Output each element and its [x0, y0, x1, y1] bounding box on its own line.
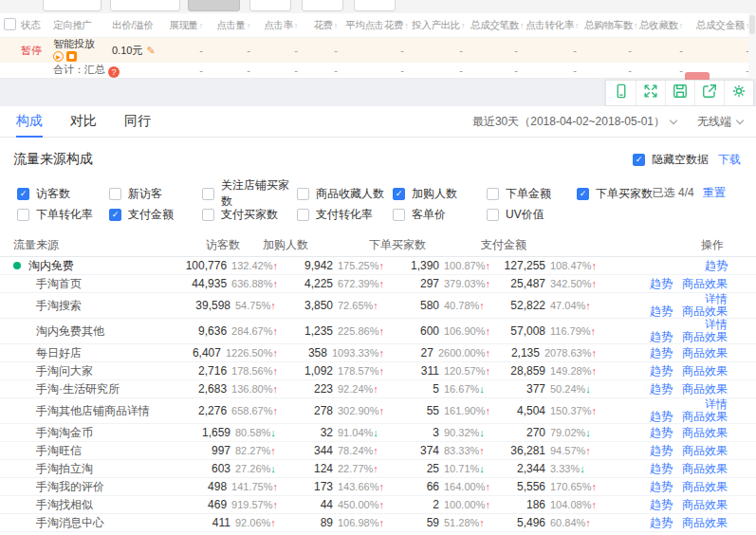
metric-filter-新访客[interactable]: 新访客: [109, 186, 202, 202]
metric-checkbox[interactable]: [202, 188, 214, 200]
detail-link[interactable]: 详情: [705, 397, 728, 411]
campaign-column-header[interactable]: 总购物车数↑: [584, 19, 639, 32]
play-icon[interactable]: ▶: [53, 51, 64, 62]
action-link-趋势[interactable]: 趋势: [650, 426, 673, 439]
action-link-商品效果[interactable]: 商品效果: [682, 462, 728, 475]
action-link-商品效果[interactable]: 商品效果: [682, 330, 728, 343]
action-link-趋势[interactable]: 趋势: [650, 516, 673, 529]
clipped-toolbar-button[interactable]: [43, 0, 101, 11]
metric-filter-关注店铺买家数[interactable]: 关注店铺买家数: [202, 177, 297, 210]
detail-link[interactable]: 详情: [705, 292, 728, 305]
campaign-column-header[interactable]: 点击转化率↑: [526, 19, 584, 32]
select-all-checkbox[interactable]: [4, 18, 16, 30]
metric-checkbox[interactable]: [297, 188, 309, 200]
metric-change: 658.67%↑: [231, 405, 278, 416]
clipped-toolbar-button[interactable]: [354, 0, 396, 11]
action-link-商品效果[interactable]: 商品效果: [682, 304, 728, 318]
metric-filter-支付转化率[interactable]: 支付转化率: [297, 207, 393, 223]
campaign-name[interactable]: 智能投放: [53, 39, 104, 49]
action-link-商品效果[interactable]: 商品效果: [682, 498, 728, 511]
share-button[interactable]: [694, 81, 724, 105]
action-link-趋势[interactable]: 趋势: [650, 480, 673, 493]
action-link-趋势[interactable]: 趋势: [650, 330, 673, 343]
action-link-商品效果[interactable]: 商品效果: [682, 346, 728, 360]
download-link[interactable]: 下载: [718, 152, 741, 168]
metric-filter-下单金额[interactable]: 下单金额: [487, 186, 577, 202]
campaign-column-header[interactable]: 展现量↑: [165, 19, 211, 32]
campaign-column-header[interactable]: 总成交笔数↑: [470, 19, 526, 32]
scrollbar[interactable]: [748, 13, 756, 79]
image-icon[interactable]: [66, 51, 77, 62]
settings-button[interactable]: [724, 81, 753, 105]
campaign-column-header[interactable]: 花费↑: [305, 19, 345, 32]
clipped-toolbar-button[interactable]: [249, 0, 291, 11]
fullscreen-button[interactable]: [636, 81, 665, 105]
metric-checkbox[interactable]: [202, 209, 214, 221]
action-link-商品效果[interactable]: 商品效果: [682, 426, 728, 439]
action-link-趋势[interactable]: 趋势: [650, 462, 673, 475]
metric-checkbox[interactable]: ✓: [109, 209, 121, 221]
action-link-趋势[interactable]: 趋势: [705, 259, 728, 272]
metric-filter-访客数[interactable]: ✓访客数: [17, 186, 109, 202]
metric-filter-客单价[interactable]: 客单价: [393, 207, 487, 223]
save-button[interactable]: [665, 81, 694, 105]
clipped-toolbar-button[interactable]: [188, 0, 240, 11]
metric-checkbox[interactable]: [297, 209, 309, 221]
metric-checkbox[interactable]: ✓: [17, 188, 29, 200]
action-link-趋势[interactable]: 趋势: [650, 304, 673, 318]
metric-filter-下单买家数[interactable]: ✓下单买家数: [577, 186, 653, 202]
action-link-趋势[interactable]: 趋势: [650, 498, 673, 511]
action-link-趋势[interactable]: 趋势: [650, 346, 673, 360]
campaign-column-header[interactable]: 点击量↑: [211, 19, 258, 32]
campaign-column-header[interactable]: 平均点击花费↑: [345, 19, 412, 32]
action-link-商品效果[interactable]: 商品效果: [682, 516, 728, 529]
detail-link[interactable]: 详情: [705, 318, 728, 331]
metric-filter-支付金额[interactable]: ✓支付金额: [109, 207, 202, 223]
campaign-column-header[interactable]: 总收藏数↑: [639, 19, 691, 32]
action-link-商品效果[interactable]: 商品效果: [682, 277, 728, 290]
tab-对比[interactable]: 对比: [70, 106, 97, 138]
metric-filter-商品收藏人数[interactable]: 商品收藏人数: [297, 186, 393, 202]
help-icon[interactable]: ?: [108, 66, 120, 78]
action-link-商品效果[interactable]: 商品效果: [682, 382, 728, 396]
metric-checkbox[interactable]: [487, 188, 499, 200]
table-row: 手淘其他店铺商品详情2,276658.67%↑278302.90%↑55161.…: [0, 398, 756, 424]
metric-checkbox[interactable]: [109, 188, 121, 200]
metric-filter-加购人数[interactable]: ✓加购人数: [393, 186, 487, 202]
device-selector[interactable]: 无线端: [697, 114, 743, 130]
clipped-toolbar-button[interactable]: [110, 0, 180, 11]
action-link-趋势[interactable]: 趋势: [650, 382, 673, 396]
metric-checkbox[interactable]: ✓: [393, 188, 405, 200]
mobile-view-button[interactable]: [606, 81, 636, 105]
metric-value: 127,255: [490, 259, 545, 272]
metric-checkbox[interactable]: [17, 209, 29, 221]
metric-change: 143.66%↑: [338, 481, 384, 492]
metric-checkbox[interactable]: [487, 209, 499, 221]
action-link-商品效果[interactable]: 商品效果: [682, 364, 728, 378]
metric-filter-UV价值[interactable]: UV价值: [487, 207, 544, 223]
metric-checkbox[interactable]: ✓: [577, 188, 589, 200]
campaign-column-header[interactable]: 点击率↑: [258, 19, 305, 32]
reset-link[interactable]: 重置: [703, 186, 726, 199]
action-link-商品效果[interactable]: 商品效果: [682, 444, 728, 457]
edit-pencil-icon[interactable]: ✎: [146, 45, 155, 56]
metric-checkbox[interactable]: [393, 209, 405, 221]
clipped-toolbar-button[interactable]: [302, 0, 343, 11]
hide-empty-checkbox[interactable]: ✓: [633, 154, 645, 166]
column-header: 下单买家数: [346, 237, 458, 253]
action-link-趋势[interactable]: 趋势: [650, 444, 673, 457]
action-link-商品效果[interactable]: 商品效果: [682, 480, 728, 493]
action-link-商品效果[interactable]: 商品效果: [682, 410, 728, 423]
metric-filter-支付买家数[interactable]: 支付买家数: [202, 207, 297, 223]
campaign-column-header[interactable]: 投入产出比↑: [412, 19, 470, 32]
tab-构成[interactable]: 构成: [16, 106, 43, 138]
campaign-column-header[interactable]: 总成交金额↑: [691, 19, 756, 32]
metric-change: 379.03%↑: [444, 278, 490, 289]
date-range-selector[interactable]: 最近30天（2018-04-02~2018-05-01）: [472, 114, 676, 130]
metric-filter-下单转化率[interactable]: 下单转化率: [17, 207, 109, 223]
action-link-趋势[interactable]: 趋势: [650, 410, 673, 423]
tab-同行[interactable]: 同行: [124, 106, 151, 138]
metric-change: 3.33%↓: [550, 463, 585, 474]
action-link-趋势[interactable]: 趋势: [650, 277, 673, 290]
action-link-趋势[interactable]: 趋势: [650, 364, 673, 378]
